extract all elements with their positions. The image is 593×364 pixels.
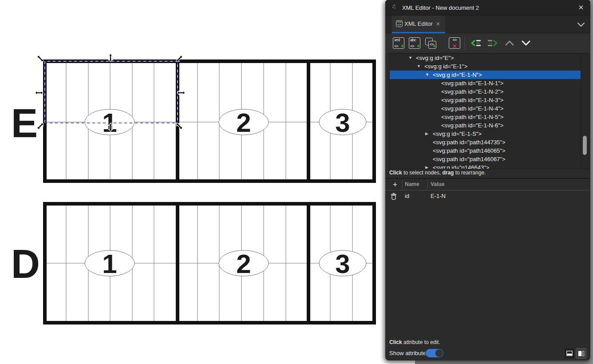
tree-node[interactable]: ▶<svg:g id="E-1-S"> — [390, 130, 581, 138]
expand-icon[interactable]: ▶ — [425, 130, 433, 138]
tree-node[interactable]: ▼<svg:g id="E-1"> — [390, 62, 581, 71]
selection-handle-e[interactable] — [177, 91, 185, 95]
layout-vertical-icon — [578, 351, 585, 356]
tree-node-label: <svg:g id="E"> — [416, 54, 454, 62]
tree-node-label: <svg:g id="g146643"> — [433, 163, 489, 169]
row-D-group[interactable]: D 1 2 3 — [11, 202, 374, 324]
expander-spacer — [425, 155, 433, 163]
chevron-down-icon — [522, 40, 530, 46]
layout-horizontal-button[interactable] — [565, 348, 574, 358]
tree-node-label: <svg:g id="E-1-S"> — [433, 130, 482, 138]
duplicate-node-button[interactable]: <> + — [424, 37, 437, 49]
new-element-node-button[interactable]: xml <> + — [392, 37, 405, 49]
tree-node[interactable]: ▼<svg:g id="E-1-N"> — [390, 71, 581, 79]
tree-node[interactable]: ▼<svg:g id="E"> — [390, 54, 581, 62]
indent-node-button[interactable] — [486, 37, 499, 49]
dialog-title: XML Editor - New document 2 — [402, 4, 479, 11]
selection-handle-n[interactable] — [108, 54, 112, 62]
delete-node-button[interactable]: <> ✕ — [448, 37, 461, 49]
expander-spacer — [434, 87, 441, 96]
move-node-up-button[interactable] — [503, 37, 516, 49]
tree-node[interactable]: <svg:path id="E-1-N-1"> — [390, 79, 581, 87]
row-label-D[interactable]: D — [11, 242, 40, 286]
attribute-hint: Click attribute to edit. — [389, 339, 440, 345]
tree-node-label: <svg:path id="path146067"> — [433, 155, 506, 163]
column-separator — [402, 180, 403, 189]
tree-node-label: <svg:path id="E-1-N-1"> — [441, 79, 503, 87]
expand-icon[interactable]: ▶ — [425, 163, 433, 169]
tab-xml-editor[interactable]: <> XML Editor ✕ — [392, 16, 445, 33]
delete-attribute-icon[interactable] — [391, 193, 397, 200]
add-attribute-button[interactable]: + — [390, 180, 400, 190]
expander-spacer — [434, 96, 441, 104]
move-node-down-button[interactable] — [520, 37, 532, 49]
dialog-tabbar: <> XML Editor ✕ — [385, 16, 590, 33]
row-label-E[interactable]: E — [11, 101, 38, 146]
attributes-table: idE-1-N — [385, 191, 590, 202]
section-number[interactable]: 2 — [236, 249, 251, 279]
tree-node[interactable]: ▶<svg:g id="g146643"> — [390, 163, 581, 169]
tree-node-label: <svg:g id="E-1"> — [424, 62, 467, 71]
tree-scrollbar-thumb[interactable] — [583, 136, 587, 155]
expander-spacer — [425, 146, 433, 155]
tab-close-icon[interactable]: ✕ — [436, 21, 440, 27]
toolbar-separator — [464, 37, 465, 49]
tree-node-label: <svg:path id="E-1-N-3"> — [441, 96, 503, 104]
expander-spacer — [434, 121, 441, 130]
tree-node[interactable]: <svg:path id="E-1-N-6"> — [390, 121, 581, 130]
attribute-row[interactable]: idE-1-N — [385, 191, 590, 202]
expander-spacer — [434, 113, 441, 121]
chevron-up-icon — [505, 40, 514, 46]
tree-node[interactable]: <svg:path id="E-1-N-4"> — [390, 104, 581, 113]
expander-spacer — [434, 79, 441, 87]
show-attributes-label: Show attributes — [389, 350, 429, 356]
section-number[interactable]: 3 — [335, 108, 350, 138]
attribute-value[interactable]: E-1-N — [431, 193, 446, 199]
expander-spacer — [434, 104, 441, 113]
tree-node[interactable]: <svg:path id="path146065"> — [390, 146, 581, 155]
row-E-group[interactable]: E 1 2 3 — [11, 60, 374, 182]
tree-node-label: <svg:path id="E-1-N-5"> — [441, 113, 503, 121]
column-header-value: Value — [431, 181, 444, 187]
tree-node[interactable]: <svg:path id="E-1-N-3"> — [390, 96, 581, 104]
tree-node-label: <svg:path id="E-1-N-6"> — [441, 121, 503, 130]
collapse-icon[interactable]: ▼ — [408, 54, 416, 62]
attribute-name[interactable]: id — [405, 193, 409, 199]
tree-node-label: <svg:path id="path146065"> — [433, 146, 506, 155]
selection-handle-w[interactable] — [35, 91, 43, 95]
new-text-node-button[interactable]: abc <> + — [408, 37, 421, 49]
tree-node-label: <svg:path id="E-1-N-2"> — [441, 87, 503, 96]
tab-label: XML Editor — [404, 20, 433, 27]
svg-text:<>: <> — [397, 23, 402, 27]
tree-node-label: <svg:path id="E-1-N-4"> — [441, 104, 503, 113]
close-icon[interactable]: ✕ — [577, 4, 585, 12]
inkscape-logo-icon — [390, 4, 398, 12]
tree-node-label: <svg:g id="E-1-N"> — [433, 71, 482, 79]
chevron-down-icon[interactable] — [576, 21, 586, 28]
unindent-node-button[interactable] — [470, 37, 482, 49]
collapse-icon[interactable]: ▼ — [425, 71, 433, 79]
layout-horizontal-icon — [566, 351, 573, 356]
show-attributes-toggle[interactable] — [425, 348, 444, 358]
column-separator — [427, 180, 428, 189]
tree-node-label: <svg:path id="path144735"> — [433, 138, 506, 146]
tree-scrollbar[interactable] — [581, 54, 589, 169]
collapse-icon[interactable]: ▼ — [417, 62, 424, 71]
tree-node[interactable]: <svg:path id="E-1-N-2"> — [390, 87, 581, 96]
dialog-titlebar[interactable]: XML Editor - New document 2 ✕ — [385, 0, 590, 16]
section-number[interactable]: 3 — [335, 249, 350, 279]
section-number[interactable]: 1 — [102, 249, 117, 279]
tree-hint: Click to select nodes, drag to rearrange… — [389, 169, 589, 177]
column-header-name: Name — [405, 181, 419, 187]
selection-handle-nw[interactable] — [36, 54, 44, 63]
drawing-canvas[interactable]: E 1 2 3 D — [0, 0, 385, 364]
expander-spacer — [425, 138, 433, 146]
toggle-knob — [435, 349, 443, 357]
tree-node[interactable]: <svg:path id="path146067"> — [390, 155, 581, 163]
xml-editor-dialog: XML Editor - New document 2 ✕ <> XML Edi… — [385, 0, 590, 360]
layout-vertical-button[interactable] — [576, 348, 586, 359]
xml-tree: ▼<svg:g id="E">▼<svg:g id="E-1">▼<svg:g … — [390, 54, 581, 169]
tree-node[interactable]: <svg:path id="path144735"> — [390, 138, 581, 146]
section-number[interactable]: 2 — [236, 108, 251, 138]
tree-node[interactable]: <svg:path id="E-1-N-5"> — [390, 113, 581, 121]
